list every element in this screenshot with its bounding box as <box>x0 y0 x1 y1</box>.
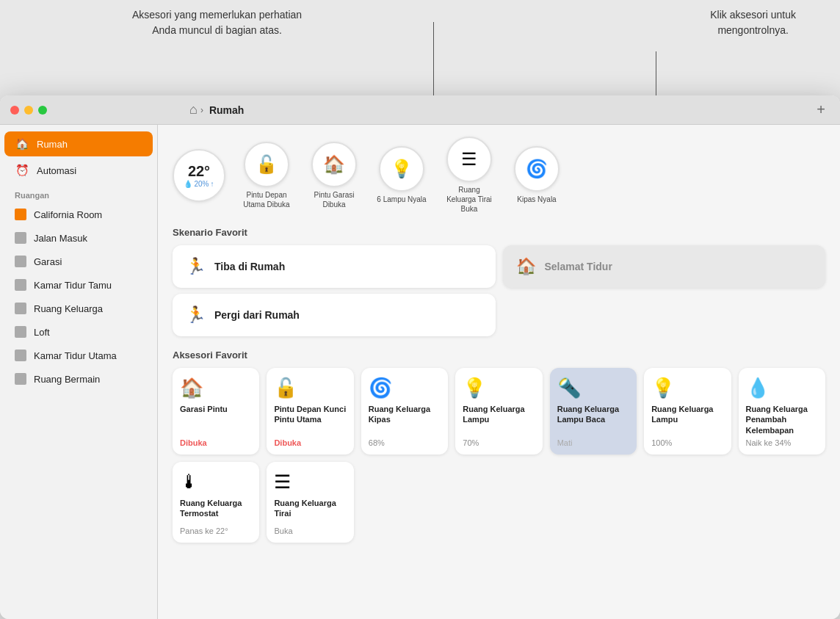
status-pintu-garasi[interactable]: 🏠 Pintu Garasi Dibuka <box>308 142 361 209</box>
acc-ruang-keluarga-lampu[interactable]: 💡 Ruang Keluarga Lampu 70% <box>455 368 542 455</box>
sidebar-label-automasi: Automasi <box>37 165 76 176</box>
status-tirai[interactable]: ☰ Ruang Keluarga Tirai Buka <box>443 137 496 214</box>
pergi-dari-rumah-label: Pergi dari Rumah <box>214 309 300 321</box>
scenarios-grid: 🏃 Tiba di Rumah 🏠 Selamat Tidur <box>173 245 825 288</box>
termostat-status: Panas ke 22° <box>180 526 252 535</box>
tiba-di-rumah-label: Tiba di Rumah <box>214 261 285 272</box>
status-6-lampu[interactable]: 💡 6 Lampu Nyala <box>375 146 428 204</box>
home-icon[interactable]: ⌂ <box>189 102 198 117</box>
acc-pintu-depan-kunci[interactable]: 🔓 Pintu Depan Kunci Pintu Utama Dibuka <box>267 368 353 455</box>
sidebar-item-ruang-keluarga[interactable]: Ruang Keluarga <box>4 297 153 319</box>
ruang-keluarga-icon <box>15 303 26 314</box>
acc-tirai[interactable]: ☰ Ruang Keluarga Tirai Buka <box>267 462 353 543</box>
pintu-depan-kunci-name: Pintu Depan Kunci Pintu Utama <box>274 404 346 435</box>
sidebar-label-ruang-bermain: Ruang Bermain <box>34 374 100 385</box>
main-layout: 🏠 Rumah ⏰ Automasi Ruangan California Ro… <box>0 125 840 619</box>
sidebar-item-kamar-tidur-tamu[interactable]: Kamar Tidur Tamu <box>4 274 153 296</box>
termostat-name: Ruang Keluarga Termostat <box>180 498 252 524</box>
lampu-acc-status: 70% <box>463 438 535 447</box>
garasi-pintu-name: Garasi Pintu <box>180 404 252 435</box>
scenarios-row2: 🏃 Pergi dari Rumah <box>173 294 825 336</box>
minimize-button[interactable] <box>24 106 33 115</box>
humidity-value: 💧 20% ↑ <box>184 180 214 188</box>
selamat-tidur-icon: 🏠 <box>516 257 536 276</box>
kipas-name: Kipas Nyala <box>517 195 556 204</box>
sidebar-item-jalan-masuk[interactable]: Jalan Masuk <box>4 227 153 249</box>
lampu2-name: Ruang Keluarga Lampu <box>651 404 723 435</box>
tirai-circle: ☰ <box>446 137 492 182</box>
kipas-acc-name: Ruang Keluarga Kipas <box>369 404 441 435</box>
annotation-line <box>433 22 434 95</box>
sidebar-item-rumah[interactable]: 🏠 Rumah <box>4 131 153 156</box>
scenario-selamat-tidur[interactable]: 🏠 Selamat Tidur <box>503 245 826 288</box>
garasi-icon <box>15 256 26 267</box>
sidebar-label-garasi: Garasi <box>34 256 62 267</box>
jalan-masuk-icon <box>15 232 26 244</box>
maximize-button[interactable] <box>38 106 47 115</box>
acc-lampu-baca[interactable]: 🔦 Ruang Keluarga Lampu Baca Mati <box>550 368 637 455</box>
sidebar-item-california-room[interactable]: California Room <box>4 203 153 225</box>
acc-ruang-keluarga-kipas[interactable]: 🌀 Ruang Keluarga Kipas 68% <box>361 368 448 455</box>
tirai-acc-status: Buka <box>274 526 346 535</box>
acc-penambah-kelembapan[interactable]: 💧 Ruang Keluarga Penambah Kelembapan Nai… <box>739 368 825 455</box>
temperature-badge[interactable]: 22° 💧 20% ↑ <box>173 149 225 202</box>
kamar-tidur-tamu-icon <box>15 279 26 291</box>
acc-ruang-keluarga-lampu2[interactable]: 💡 Ruang Keluarga Lampu 100% <box>644 368 731 455</box>
annotation-line2 <box>656 51 656 95</box>
status-kipas[interactable]: 🌀 Kipas Nyala <box>510 146 563 204</box>
ruang-bermain-icon <box>15 373 26 385</box>
scenario-pergi-dari-rumah[interactable]: 🏃 Pergi dari Rumah <box>173 294 496 336</box>
loft-icon <box>15 326 26 338</box>
temp-up-arrow: ↑ <box>211 180 214 188</box>
pintu-depan-kunci-icon: 🔓 <box>274 377 346 399</box>
home-sidebar-icon: 🏠 <box>15 137 29 151</box>
sidebar-label-california-room: California Room <box>34 209 102 220</box>
app-window: ⌂ › Rumah + 🏠 Rumah ⏰ Automasi Ruangan C… <box>0 95 840 619</box>
kamar-tidur-utama-icon <box>15 350 26 361</box>
sidebar-item-loft[interactable]: Loft <box>4 321 153 343</box>
tirai-acc-icon: ☰ <box>274 471 346 493</box>
termostat-icon: 🌡 <box>180 471 252 493</box>
droplet-icon: 💧 <box>184 180 192 188</box>
penambah-kelembapan-name: Ruang Keluarga Penambah Kelembapan <box>746 404 818 435</box>
traffic-lights <box>10 106 47 115</box>
pintu-garasi-circle: 🏠 <box>311 142 357 187</box>
pintu-depan-circle: 🔓 <box>244 142 289 187</box>
lampu-circle: 💡 <box>379 146 424 192</box>
lampu-baca-icon: 🔦 <box>557 377 629 399</box>
lampu-acc-name: Ruang Keluarga Lampu <box>463 404 535 435</box>
status-pintu-depan[interactable]: 🔓 Pintu Depan Utama Dibuka <box>240 142 293 209</box>
add-button[interactable]: + <box>812 101 830 118</box>
sidebar-label-ruang-keluarga: Ruang Keluarga <box>34 303 103 314</box>
sidebar-label-loft: Loft <box>34 327 50 338</box>
pintu-depan-kunci-status: Dibuka <box>274 438 346 447</box>
acc-garasi-pintu[interactable]: 🏠 Garasi Pintu Dibuka <box>173 368 259 455</box>
california-room-icon <box>15 209 26 220</box>
lampu-baca-name: Ruang Keluarga Lampu Baca <box>557 404 629 435</box>
scenarios-section-title: Skenario Favorit <box>173 227 825 238</box>
sidebar-item-garasi[interactable]: Garasi <box>4 250 153 272</box>
sidebar-label-jalan-masuk: Jalan Masuk <box>34 233 87 244</box>
titlebar-title: Rumah <box>209 104 244 116</box>
accessories-row2: 🌡 Ruang Keluarga Termostat Panas ke 22° … <box>173 462 825 543</box>
temperature-value: 22° <box>188 163 210 180</box>
garasi-pintu-icon: 🏠 <box>180 377 252 399</box>
sidebar-item-kamar-tidur-utama[interactable]: Kamar Tidur Utama <box>4 344 153 366</box>
annotation-right: Klik aksesori untuk mengontrolnya. <box>710 7 796 95</box>
tirai-acc-name: Ruang Keluarga Tirai <box>274 498 346 524</box>
content-area: 22° 💧 20% ↑ 🔓 Pintu Depan Utama Dibuka 🏠… <box>158 125 840 619</box>
close-button[interactable] <box>10 106 19 115</box>
lampu-name: 6 Lampu Nyala <box>377 195 426 204</box>
kipas-acc-icon: 🌀 <box>369 377 441 399</box>
sidebar-label-kamar-tidur-utama: Kamar Tidur Utama <box>34 350 117 361</box>
acc-termostat[interactable]: 🌡 Ruang Keluarga Termostat Panas ke 22° <box>173 462 259 543</box>
ruangan-label: Ruangan <box>0 184 157 203</box>
selamat-tidur-label: Selamat Tidur <box>545 261 612 272</box>
nav-chevron-icon: › <box>200 105 203 115</box>
pergi-dari-rumah-icon: 🏃 <box>186 305 206 325</box>
titlebar: ⌂ › Rumah + <box>0 95 840 125</box>
sidebar-item-automasi[interactable]: ⏰ Automasi <box>4 158 153 183</box>
scenario-tiba-di-rumah[interactable]: 🏃 Tiba di Rumah <box>173 245 496 288</box>
sidebar-item-ruang-bermain[interactable]: Ruang Bermain <box>4 368 153 390</box>
tiba-di-rumah-icon: 🏃 <box>186 257 206 276</box>
